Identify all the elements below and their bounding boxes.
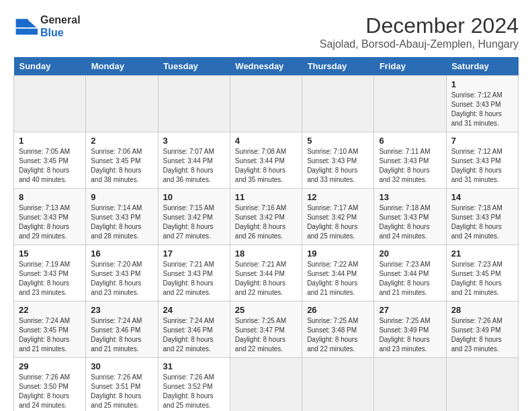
day-number: 17 xyxy=(163,248,225,259)
calendar-cell: 16Sunrise: 7:20 AMSunset: 3:43 PMDayligh… xyxy=(86,245,158,302)
calendar-week-4: 15Sunrise: 7:19 AMSunset: 3:43 PMDayligh… xyxy=(14,245,519,302)
logo-icon xyxy=(13,14,38,38)
calendar-week-5: 22Sunrise: 7:24 AMSunset: 3:45 PMDayligh… xyxy=(14,302,519,358)
day-number: 8 xyxy=(19,192,81,202)
calendar-subtitle: Sajolad, Borsod-Abauj-Zemplen, Hungary xyxy=(320,38,519,50)
day-info: Sunrise: 7:24 AMSunset: 3:46 PMDaylight:… xyxy=(91,316,152,354)
calendar-cell: 19Sunrise: 7:22 AMSunset: 3:44 PMDayligh… xyxy=(302,245,374,302)
calendar-cell: 6Sunrise: 7:11 AMSunset: 3:43 PMDaylight… xyxy=(374,132,446,189)
calendar-cell: 2Sunrise: 7:06 AMSunset: 3:45 PMDaylight… xyxy=(86,132,158,189)
day-info: Sunrise: 7:22 AMSunset: 3:44 PMDaylight:… xyxy=(307,260,369,298)
day-number: 4 xyxy=(235,136,297,146)
calendar-table: Sunday Monday Tuesday Wednesday Thursday… xyxy=(13,57,519,411)
day-info: Sunrise: 7:12 AMSunset: 3:43 PMDaylight:… xyxy=(451,147,513,185)
calendar-cell: 23Sunrise: 7:24 AMSunset: 3:46 PMDayligh… xyxy=(86,302,158,358)
day-number: 3 xyxy=(163,136,225,146)
calendar-cell xyxy=(302,76,374,132)
day-info: Sunrise: 7:14 AMSunset: 3:43 PMDaylight:… xyxy=(91,203,152,241)
calendar-week-6: 29Sunrise: 7:26 AMSunset: 3:50 PMDayligh… xyxy=(14,358,519,412)
day-number: 30 xyxy=(91,361,152,371)
day-number: 21 xyxy=(451,248,513,259)
day-number: 1 xyxy=(19,136,81,146)
calendar-cell: 25Sunrise: 7:25 AMSunset: 3:47 PMDayligh… xyxy=(230,302,302,358)
day-info: Sunrise: 7:25 AMSunset: 3:49 PMDaylight:… xyxy=(379,316,441,354)
day-number: 1 xyxy=(451,79,513,89)
day-info: Sunrise: 7:26 AMSunset: 3:52 PMDaylight:… xyxy=(163,373,225,410)
calendar-cell: 10Sunrise: 7:15 AMSunset: 3:42 PMDayligh… xyxy=(158,189,230,245)
calendar-cell: 27Sunrise: 7:25 AMSunset: 3:49 PMDayligh… xyxy=(374,302,446,358)
calendar-cell: 24Sunrise: 7:24 AMSunset: 3:46 PMDayligh… xyxy=(158,302,230,358)
day-info: Sunrise: 7:20 AMSunset: 3:43 PMDaylight:… xyxy=(91,260,152,298)
day-info: Sunrise: 7:23 AMSunset: 3:44 PMDaylight:… xyxy=(379,260,441,298)
day-info: Sunrise: 7:26 AMSunset: 3:50 PMDaylight:… xyxy=(19,373,81,410)
day-info: Sunrise: 7:21 AMSunset: 3:44 PMDaylight:… xyxy=(235,260,297,298)
calendar-week-2: 1Sunrise: 7:05 AMSunset: 3:45 PMDaylight… xyxy=(14,132,519,189)
day-info: Sunrise: 7:17 AMSunset: 3:42 PMDaylight:… xyxy=(307,203,369,241)
calendar-cell xyxy=(302,358,374,412)
day-info: Sunrise: 7:25 AMSunset: 3:47 PMDaylight:… xyxy=(235,316,297,354)
day-info: Sunrise: 7:18 AMSunset: 3:43 PMDaylight:… xyxy=(451,203,513,241)
title-area: December 2024 Sajolad, Borsod-Abauj-Zemp… xyxy=(320,13,519,50)
calendar-cell: 1Sunrise: 7:12 AMSunset: 3:43 PMDaylight… xyxy=(446,76,518,132)
day-number: 26 xyxy=(307,305,369,315)
day-info: Sunrise: 7:15 AMSunset: 3:42 PMDaylight:… xyxy=(163,203,225,241)
day-number: 20 xyxy=(379,248,441,259)
day-info: Sunrise: 7:06 AMSunset: 3:45 PMDaylight:… xyxy=(91,147,152,185)
header-thursday: Thursday xyxy=(302,57,374,76)
day-info: Sunrise: 7:26 AMSunset: 3:49 PMDaylight:… xyxy=(451,316,513,354)
calendar-cell: 28Sunrise: 7:26 AMSunset: 3:49 PMDayligh… xyxy=(446,302,518,358)
day-info: Sunrise: 7:26 AMSunset: 3:51 PMDaylight:… xyxy=(91,373,152,410)
day-info: Sunrise: 7:19 AMSunset: 3:43 PMDaylight:… xyxy=(19,260,81,298)
calendar-week-3: 8Sunrise: 7:13 AMSunset: 3:43 PMDaylight… xyxy=(14,189,519,245)
day-number: 18 xyxy=(235,248,297,259)
day-number: 11 xyxy=(235,192,297,202)
calendar-cell: 20Sunrise: 7:23 AMSunset: 3:44 PMDayligh… xyxy=(374,245,446,302)
calendar-cell: 4Sunrise: 7:08 AMSunset: 3:44 PMDaylight… xyxy=(230,132,302,189)
header-row: Sunday Monday Tuesday Wednesday Thursday… xyxy=(14,57,519,76)
day-number: 9 xyxy=(91,192,152,202)
day-number: 2 xyxy=(91,136,152,146)
day-info: Sunrise: 7:23 AMSunset: 3:45 PMDaylight:… xyxy=(451,260,513,298)
calendar-cell: 22Sunrise: 7:24 AMSunset: 3:45 PMDayligh… xyxy=(14,302,86,358)
day-number: 13 xyxy=(379,192,441,202)
calendar-cell: 31Sunrise: 7:26 AMSunset: 3:52 PMDayligh… xyxy=(158,358,230,412)
day-info: Sunrise: 7:21 AMSunset: 3:43 PMDaylight:… xyxy=(163,260,225,298)
calendar-cell xyxy=(374,358,446,412)
calendar-cell: 17Sunrise: 7:21 AMSunset: 3:43 PMDayligh… xyxy=(158,245,230,302)
day-info: Sunrise: 7:24 AMSunset: 3:45 PMDaylight:… xyxy=(19,316,81,354)
header-friday: Friday xyxy=(374,57,446,76)
header: General Blue December 2024 Sajolad, Bors… xyxy=(13,13,519,50)
calendar-title: December 2024 xyxy=(320,13,519,38)
calendar-cell: 18Sunrise: 7:21 AMSunset: 3:44 PMDayligh… xyxy=(230,245,302,302)
day-info: Sunrise: 7:08 AMSunset: 3:44 PMDaylight:… xyxy=(235,147,297,185)
calendar-cell: 13Sunrise: 7:18 AMSunset: 3:43 PMDayligh… xyxy=(374,189,446,245)
calendar-cell: 9Sunrise: 7:14 AMSunset: 3:43 PMDaylight… xyxy=(86,189,158,245)
day-info: Sunrise: 7:16 AMSunset: 3:42 PMDaylight:… xyxy=(235,203,297,241)
day-info: Sunrise: 7:12 AMSunset: 3:43 PMDaylight:… xyxy=(451,91,513,128)
day-number: 28 xyxy=(451,305,513,315)
day-number: 10 xyxy=(163,192,225,202)
logo-text: General Blue xyxy=(40,13,81,39)
calendar-cell: 8Sunrise: 7:13 AMSunset: 3:43 PMDaylight… xyxy=(14,189,86,245)
day-number: 24 xyxy=(163,305,225,315)
day-number: 12 xyxy=(307,192,369,202)
day-number: 19 xyxy=(307,248,369,259)
calendar-cell: 29Sunrise: 7:26 AMSunset: 3:50 PMDayligh… xyxy=(14,358,86,412)
header-wednesday: Wednesday xyxy=(230,57,302,76)
day-number: 14 xyxy=(451,192,513,202)
day-number: 5 xyxy=(307,136,369,146)
day-info: Sunrise: 7:11 AMSunset: 3:43 PMDaylight:… xyxy=(379,147,441,185)
calendar-cell: 30Sunrise: 7:26 AMSunset: 3:51 PMDayligh… xyxy=(86,358,158,412)
calendar-cell: 7Sunrise: 7:12 AMSunset: 3:43 PMDaylight… xyxy=(446,132,518,189)
calendar-cell: 1Sunrise: 7:05 AMSunset: 3:45 PMDaylight… xyxy=(14,132,86,189)
day-info: Sunrise: 7:24 AMSunset: 3:46 PMDaylight:… xyxy=(163,316,225,354)
header-monday: Monday xyxy=(86,57,158,76)
day-number: 27 xyxy=(379,305,441,315)
header-tuesday: Tuesday xyxy=(158,57,230,76)
day-number: 16 xyxy=(91,248,152,259)
calendar-cell xyxy=(374,76,446,132)
calendar-cell xyxy=(158,76,230,132)
calendar-cell: 5Sunrise: 7:10 AMSunset: 3:43 PMDaylight… xyxy=(302,132,374,189)
calendar-week-1: 1Sunrise: 7:12 AMSunset: 3:43 PMDaylight… xyxy=(14,76,519,132)
day-number: 7 xyxy=(451,136,513,146)
